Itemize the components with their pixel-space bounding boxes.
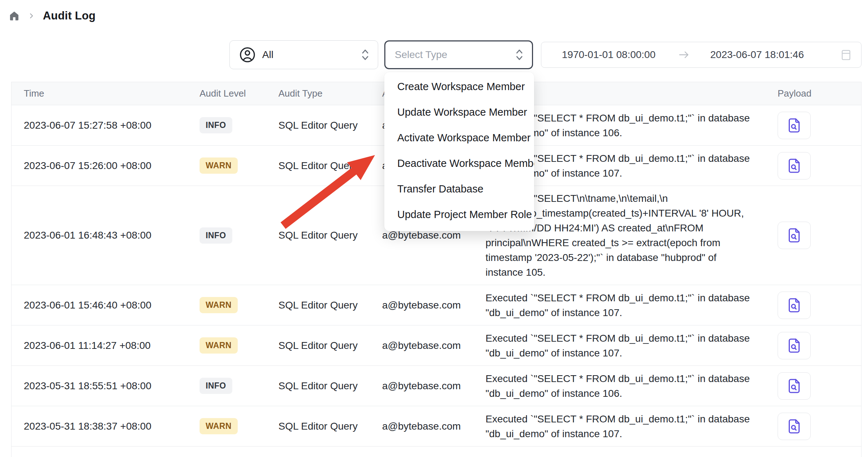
cell-comment: Executed `"SELECT * FROM db_ui_demo.t1;"…: [473, 290, 765, 320]
arrow-right-icon: [678, 49, 690, 60]
audit-level-badge: INFO: [200, 227, 232, 244]
audit-level-badge: WARN: [200, 157, 238, 174]
cell-comment: Executed `"SELECT * FROM db_ui_demo.t1;"…: [473, 331, 765, 360]
cell-time: 2023-06-07 15:26:00 +08:00: [12, 160, 187, 172]
actor-filter-select[interactable]: All: [229, 40, 378, 69]
file-search-icon: [786, 117, 802, 134]
date-range-end[interactable]: 2023-06-07 18:01:46: [710, 49, 804, 61]
type-select-dropdown: Create Workspace MemberUpdate Workspace …: [384, 72, 534, 231]
home-icon[interactable]: [9, 10, 20, 22]
user-circle-icon: [239, 46, 256, 63]
cell-audit-level: INFO: [187, 117, 266, 133]
page-title: Audit Log: [43, 9, 95, 22]
cell-time: 2023-06-07 15:27:58 +08:00: [12, 120, 187, 131]
file-search-icon: [786, 157, 802, 174]
chevron-up-down-icon: [361, 47, 370, 62]
audit-level-badge: WARN: [200, 297, 238, 313]
filter-bar: All Select Type 1970-01-01 08:00:00: [0, 40, 862, 69]
cell-audit-type: SQL Editor Query: [266, 160, 370, 172]
cell-actor: a@bytebase.com: [370, 380, 473, 392]
date-range-picker[interactable]: 1970-01-01 08:00:00 2023-06-07 18:01:46: [541, 42, 862, 68]
cell-actor: a@bytebase.com: [370, 340, 473, 351]
type-option[interactable]: Activate Workspace Member: [384, 125, 534, 151]
cell-time: 2023-06-01 11:14:27 +08:00: [12, 340, 187, 351]
file-search-icon: [786, 297, 802, 314]
cell-payload: [765, 112, 862, 139]
audit-log-page: Audit Log All Select Type: [0, 0, 868, 457]
date-range-start[interactable]: 1970-01-01 08:00:00: [562, 49, 656, 61]
audit-level-badge: INFO: [200, 117, 232, 133]
type-option[interactable]: Update Project Member Role: [384, 202, 534, 227]
cell-audit-level: WARN: [187, 418, 266, 434]
cell-payload: [765, 332, 862, 359]
calendar-icon[interactable]: [840, 48, 852, 61]
breadcrumb: Audit Log: [9, 9, 95, 22]
cell-audit-type: SQL Editor Query: [266, 120, 370, 131]
cell-comment: Executed `"SELECT * FROM db_ui_demo.t1;"…: [473, 412, 765, 441]
type-option[interactable]: Update Workspace Member: [384, 99, 534, 125]
cell-audit-type: SQL Editor Query: [266, 421, 370, 432]
file-search-icon: [786, 337, 802, 354]
cell-audit-level: WARN: [187, 337, 266, 354]
view-payload-button[interactable]: [778, 292, 811, 319]
cell-audit-type: SQL Editor Query: [266, 300, 370, 311]
cell-audit-level: INFO: [187, 378, 266, 394]
view-payload-button[interactable]: [778, 222, 811, 249]
type-option[interactable]: Deactivate Workspace Member: [384, 151, 534, 176]
view-payload-button[interactable]: [778, 413, 811, 440]
column-header-audit-level: Audit Level: [187, 88, 266, 99]
audit-level-badge: INFO: [200, 378, 232, 394]
view-payload-button[interactable]: [778, 332, 811, 359]
actor-filter-value: All: [262, 49, 273, 61]
cell-payload: [765, 292, 862, 319]
chevron-up-down-icon: [515, 47, 524, 62]
cell-actor: a@bytebase.com: [370, 300, 473, 311]
cell-audit-level: INFO: [187, 227, 266, 244]
view-payload-button[interactable]: [778, 372, 811, 400]
cell-time: 2023-06-01 16:48:43 +08:00: [12, 230, 187, 241]
cell-audit-type: SQL Editor Query: [266, 230, 370, 241]
cell-audit-type: SQL Editor Query: [266, 340, 370, 351]
audit-level-badge: WARN: [200, 418, 238, 434]
cell-audit-level: WARN: [187, 297, 266, 313]
cell-audit-type: SQL Editor Query: [266, 380, 370, 392]
cell-payload: [765, 372, 862, 400]
cell-payload: [765, 413, 862, 440]
table-row: 2023-06-01 15:46:40 +08:00WARNSQL Editor…: [12, 285, 861, 325]
cell-actor: a@bytebase.com: [370, 421, 473, 432]
table-row: 2023-05-31 18:55:51 +08:00INFOSQL Editor…: [12, 366, 861, 406]
view-payload-button[interactable]: [778, 112, 811, 139]
column-header-time: Time: [12, 88, 187, 99]
cell-audit-level: WARN: [187, 157, 266, 174]
type-option[interactable]: Transfer Database: [384, 176, 534, 202]
cell-payload: [765, 222, 862, 249]
cell-comment: Executed `"SELECT * FROM db_ui_demo.t1;"…: [473, 371, 765, 401]
column-header-payload: Payload: [765, 88, 862, 99]
table-row-partial: [12, 447, 861, 457]
cell-time: 2023-06-01 15:46:40 +08:00: [12, 300, 187, 311]
breadcrumb-chevron-icon: [28, 12, 35, 19]
column-header-audit-type: Audit Type: [266, 88, 370, 99]
file-search-icon: [786, 378, 802, 394]
table-row: 2023-06-01 11:14:27 +08:00WARNSQL Editor…: [12, 325, 861, 366]
cell-time: 2023-05-31 18:38:37 +08:00: [12, 421, 187, 432]
type-filter-select[interactable]: Select Type: [384, 40, 533, 69]
file-search-icon: [786, 227, 802, 244]
type-option[interactable]: Create Workspace Member: [384, 74, 534, 99]
cell-time: 2023-05-31 18:55:51 +08:00: [12, 380, 187, 392]
cell-payload: [765, 152, 862, 179]
type-filter-placeholder: Select Type: [395, 49, 447, 61]
audit-level-badge: WARN: [200, 337, 238, 354]
file-search-icon: [786, 418, 802, 435]
cell-actor: a@bytebase.com: [370, 230, 473, 241]
table-row: 2023-05-31 18:38:37 +08:00WARNSQL Editor…: [12, 406, 861, 447]
view-payload-button[interactable]: [778, 152, 811, 179]
